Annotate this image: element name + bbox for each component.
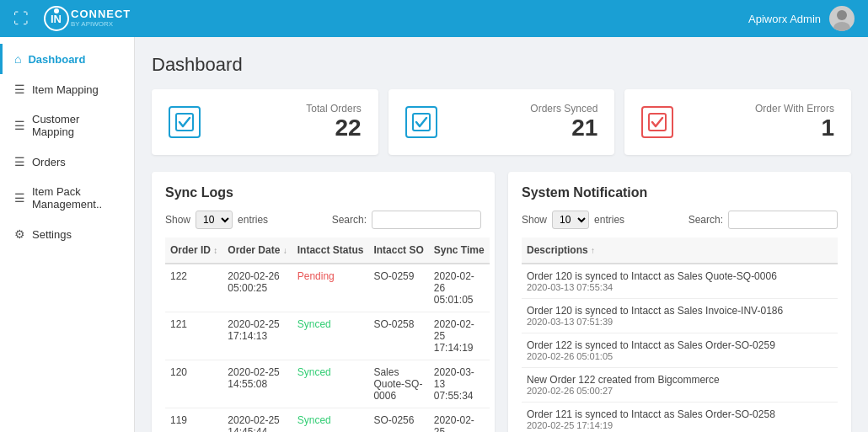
sync-logs-search-input[interactable] xyxy=(372,211,481,229)
settings-icon: ⚙ xyxy=(14,227,25,241)
notif-date: 2020-03-13 07:55:34 xyxy=(527,282,833,292)
sidebar-label-item-pack: Item Pack Management.. xyxy=(32,185,122,211)
cell-intacct-so: SO-0259 xyxy=(368,264,428,312)
sync-logs-panel: Sync Logs Show 10 25 50 entries Search: xyxy=(152,172,495,432)
two-col-section: Sync Logs Show 10 25 50 entries Search: xyxy=(152,172,851,432)
top-nav: ⛶ IN CONNECT BY APIWORX Apiworx Admin xyxy=(0,0,868,37)
dashboard-icon: ⌂ xyxy=(14,52,21,66)
svg-point-5 xyxy=(837,10,847,20)
sync-logs-title: Sync Logs xyxy=(165,185,481,200)
col-order-id[interactable]: Order ID ↕ xyxy=(165,237,222,264)
notif-description: Order 121 is synced to Intacct as Sales … xyxy=(527,408,833,420)
svg-point-6 xyxy=(833,22,850,31)
customer-mapping-icon: ☰ xyxy=(14,119,25,132)
list-item: Order 120 is synced to Intacct as Sales … xyxy=(522,299,838,333)
total-orders-label: Total Orders xyxy=(214,103,362,115)
item-mapping-icon: ☰ xyxy=(14,83,25,96)
col-sync-time[interactable]: Sync Time xyxy=(429,237,490,264)
svg-text:IN: IN xyxy=(51,13,62,25)
stat-card-total-orders: Total Orders 22 xyxy=(152,89,378,155)
item-pack-icon: ☰ xyxy=(14,191,25,205)
cell-sync-time: 2020-03-13 07:55:34 xyxy=(429,360,490,408)
cell-order-date: 2020-02-25 17:14:13 xyxy=(222,312,292,360)
cell-order-id: 122 xyxy=(165,264,222,312)
orders-synced-value: 21 xyxy=(451,115,598,141)
notif-description: Order 122 is synced to Intacct as Sales … xyxy=(527,339,833,351)
sysnotif-entries-label: entries xyxy=(594,214,624,226)
sidebar-item-dashboard[interactable]: ⌂ Dashboard xyxy=(0,44,134,74)
table-row: 121 2020-02-25 17:14:13 Synced SO-0258 2… xyxy=(165,312,490,360)
table-row: 122 2020-02-26 05:00:25 Pending SO-0259 … xyxy=(165,264,490,312)
sysnotif-search-area: Search: xyxy=(689,211,838,229)
cell-status: Synced xyxy=(292,408,369,433)
sysnotif-show-select[interactable]: 10 25 50 xyxy=(552,211,589,229)
cell-status: Synced xyxy=(292,312,369,360)
sidebar-item-customer-mapping[interactable]: ☰ Customer Mapping xyxy=(0,104,134,147)
sidebar-item-orders[interactable]: ☰ Orders xyxy=(0,147,134,177)
cell-intacct-so: SO-0256 xyxy=(368,408,428,433)
topnav-right: Apiworx Admin xyxy=(748,6,855,31)
system-notification-title: System Notification xyxy=(522,185,838,200)
orders-synced-icon xyxy=(405,106,437,138)
sysnotif-show-label: Show xyxy=(522,214,547,226)
notif-date: 2020-02-26 05:01:05 xyxy=(527,351,833,361)
sync-logs-show-select[interactable]: 10 25 50 xyxy=(196,211,233,229)
order-errors-value: 1 xyxy=(687,115,834,141)
stats-row: Total Orders 22 Orders Synced 21 xyxy=(152,89,851,155)
notif-description: Order 120 is synced to Intacct as Sales … xyxy=(527,270,833,282)
sidebar-item-item-mapping[interactable]: ☰ Item Mapping xyxy=(0,74,134,104)
cell-intacct-so: Sales Quote-SQ-0006 xyxy=(368,360,428,408)
user-avatar[interactable] xyxy=(829,6,855,31)
page-title: Dashboard xyxy=(152,54,851,76)
col-intacct-status[interactable]: Intacct Status xyxy=(292,237,369,264)
notif-cell: Order 121 is synced to Intacct as Sales … xyxy=(522,403,838,433)
col-descriptions[interactable]: Descriptions ↑ xyxy=(522,237,838,264)
expand-icon[interactable]: ⛶ xyxy=(13,10,29,28)
notif-cell: Order 122 is synced to Intacct as Sales … xyxy=(522,333,838,368)
logo-svg: IN CONNECT BY APIWORX xyxy=(42,4,135,33)
sync-logs-table: Order ID ↕ Order Date ↓ Intacct Status I… xyxy=(165,237,490,432)
notif-cell: Order 120 is synced to Intacct as Sales … xyxy=(522,264,838,299)
table-row: 119 2020-02-25 14:45:44 Synced SO-0256 2… xyxy=(165,408,490,433)
sysnotif-controls: Show 10 25 50 entries Search: xyxy=(522,211,838,229)
list-item: Order 121 is synced to Intacct as Sales … xyxy=(522,403,838,433)
sync-logs-show-label: Show xyxy=(165,214,190,226)
notif-description: New Order 122 created from Bigcommerce xyxy=(527,374,833,386)
sysnotif-table: Descriptions ↑ Order 120 is synced to In… xyxy=(522,237,838,432)
sysnotif-search-input[interactable] xyxy=(728,211,838,229)
list-item: Order 122 is synced to Intacct as Sales … xyxy=(522,333,838,368)
sort-descriptions: ↑ xyxy=(591,246,595,255)
notif-date: 2020-02-26 05:00:27 xyxy=(527,386,833,396)
svg-point-2 xyxy=(54,8,59,13)
notif-date: 2020-02-25 17:14:19 xyxy=(527,420,833,430)
order-errors-label: Order With Errors xyxy=(687,103,834,115)
sort-order-date: ↓ xyxy=(283,246,287,255)
user-name-label: Apiworx Admin xyxy=(748,13,821,25)
sidebar-item-item-pack[interactable]: ☰ Item Pack Management.. xyxy=(0,177,134,219)
orders-synced-label: Orders Synced xyxy=(451,103,598,115)
col-order-date[interactable]: Order Date ↓ xyxy=(222,237,292,264)
sidebar-label-orders: Orders xyxy=(32,156,66,168)
sidebar: ⌂ Dashboard ☰ Item Mapping ☰ Customer Ma… xyxy=(0,37,135,432)
system-notification-panel: System Notification Show 10 25 50 entrie… xyxy=(508,172,851,432)
col-intacct-so[interactable]: Intacct SO xyxy=(368,237,428,264)
total-orders-info: Total Orders 22 xyxy=(214,103,362,141)
order-errors-info: Order With Errors 1 xyxy=(687,103,834,141)
orders-icon: ☰ xyxy=(14,155,25,168)
sidebar-label-settings: Settings xyxy=(32,228,72,241)
total-orders-icon xyxy=(169,106,201,138)
main-content: Dashboard Total Orders 22 xyxy=(135,37,868,432)
sidebar-item-settings[interactable]: ⚙ Settings xyxy=(0,219,134,249)
list-item: New Order 122 created from Bigcommerce 2… xyxy=(522,368,838,403)
stat-card-orders-synced: Orders Synced 21 xyxy=(388,89,615,155)
total-orders-value: 22 xyxy=(214,115,362,141)
logo-wrapper: ⛶ IN CONNECT BY APIWORX xyxy=(13,4,135,33)
table-row: 120 2020-02-25 14:55:08 Synced Sales Quo… xyxy=(165,360,490,408)
sort-order-id: ↕ xyxy=(213,246,217,255)
cell-status: Pending xyxy=(292,264,369,312)
notif-cell: New Order 122 created from Bigcommerce 2… xyxy=(522,368,838,403)
cell-order-id: 119 xyxy=(165,408,222,433)
notif-description: Order 120 is synced to Intacct as Sales … xyxy=(527,305,833,317)
cell-order-id: 120 xyxy=(165,360,222,408)
cell-order-date: 2020-02-25 14:45:44 xyxy=(222,408,292,433)
